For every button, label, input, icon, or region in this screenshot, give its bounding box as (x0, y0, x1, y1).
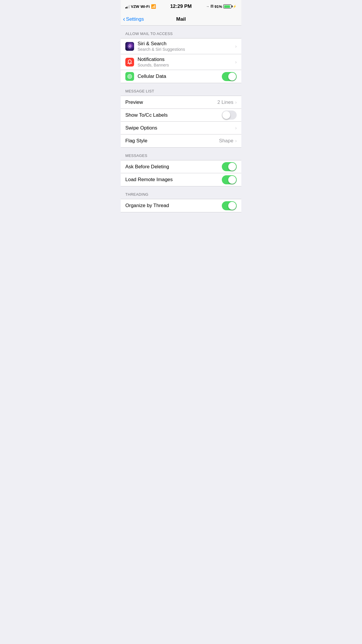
back-button[interactable]: ‹ Settings (123, 16, 144, 22)
swipe-options-chevron-icon: › (235, 125, 237, 131)
row-ask-before-deleting[interactable]: Ask Before Deleting (121, 160, 241, 173)
row-cellular-data[interactable]: Cellular Data (121, 70, 241, 83)
notifications-chevron-icon: › (235, 60, 237, 65)
siri-icon (125, 42, 134, 51)
preview-value: 2 Lines (217, 99, 233, 105)
ask-before-deleting-content: Ask Before Deleting (125, 162, 222, 172)
flag-style-right: Shape › (219, 138, 237, 144)
siri-logo (127, 44, 132, 49)
carrier-label: VZW (131, 4, 139, 9)
section-message-list: Preview 2 Lines › Show To/Cc Labels Swip… (121, 96, 241, 148)
nav-bar: ‹ Settings Mail (121, 13, 241, 26)
row-load-remote-images[interactable]: Load Remote Images (121, 173, 241, 186)
section-allow-access: Siri & Search Search & Siri Suggestions … (121, 38, 241, 83)
preview-content: Preview (125, 97, 217, 108)
siri-search-chevron-icon: › (235, 44, 237, 49)
notifications-right: › (235, 60, 237, 65)
status-time: 12:29 PM (170, 4, 192, 9)
preview-right: 2 Lines › (217, 99, 237, 105)
notifications-content: Notifications Sounds, Banners (138, 54, 235, 70)
page-title: Mail (176, 16, 186, 22)
battery-container (223, 4, 231, 8)
wifi-icon: 📶 (151, 4, 156, 9)
load-remote-images-toggle[interactable] (222, 175, 237, 184)
battery-fill (224, 5, 230, 8)
section-header-message-list: MESSAGE LIST (121, 83, 241, 96)
flag-style-title: Flag Style (125, 138, 219, 144)
show-tocc-toggle-thumb (222, 111, 230, 119)
ask-before-deleting-toggle[interactable] (222, 162, 237, 171)
swipe-options-right: › (235, 125, 237, 131)
wifi-label: Wi-Fi (140, 4, 150, 9)
load-remote-images-right[interactable] (222, 175, 237, 184)
section-header-allow-access: ALLOW MAIL TO ACCESS (121, 26, 241, 38)
row-preview[interactable]: Preview 2 Lines › (121, 96, 241, 109)
organize-by-thread-title: Organize by Thread (125, 203, 222, 209)
bluetooth-icon: ℿ (210, 4, 213, 8)
notifications-icon (125, 58, 134, 66)
show-tocc-toggle[interactable] (222, 111, 237, 120)
show-tocc-content: Show To/Cc Labels (125, 110, 222, 120)
notifications-subtitle: Sounds, Banners (138, 63, 235, 67)
status-bar: VZW Wi-Fi 📶 12:29 PM → ℿ 91% ⚡ (121, 0, 241, 13)
cellular-signal-icon (127, 74, 132, 79)
flag-style-chevron-icon: › (235, 138, 237, 144)
svg-rect-3 (128, 60, 131, 63)
section-threading: Organize by Thread (121, 199, 241, 212)
organize-by-thread-toggle[interactable] (222, 201, 237, 210)
svg-point-2 (129, 46, 130, 47)
siri-search-subtitle: Search & Siri Suggestions (138, 47, 235, 52)
cellular-data-title: Cellular Data (138, 74, 222, 79)
row-show-tocc[interactable]: Show To/Cc Labels (121, 109, 241, 122)
signal-bar-1 (125, 7, 126, 8)
notifications-title: Notifications (138, 57, 235, 62)
back-chevron-icon: ‹ (123, 16, 125, 22)
svg-rect-4 (127, 63, 132, 64)
cellular-data-toggle-thumb (228, 73, 236, 80)
siri-search-right: › (235, 44, 237, 49)
ask-before-deleting-toggle-thumb (228, 163, 236, 171)
load-remote-images-content: Load Remote Images (125, 174, 222, 185)
siri-search-title: Siri & Search (138, 41, 235, 47)
row-swipe-options[interactable]: Swipe Options › (121, 122, 241, 134)
signal-bars (125, 4, 130, 8)
row-organize-by-thread[interactable]: Organize by Thread (121, 199, 241, 212)
charging-icon: ⚡ (233, 5, 237, 8)
location-icon: → (206, 5, 209, 8)
flag-style-content: Flag Style (125, 136, 219, 146)
signal-bar-3 (128, 6, 129, 8)
row-siri-search[interactable]: Siri & Search Search & Siri Suggestions … (121, 38, 241, 54)
notifications-bell-icon (127, 59, 132, 65)
signal-bar-4 (129, 5, 130, 8)
row-notifications[interactable]: Notifications Sounds, Banners › (121, 54, 241, 70)
signal-bar-2 (126, 7, 127, 8)
swipe-options-title: Swipe Options (125, 125, 235, 131)
siri-search-content: Siri & Search Search & Siri Suggestions (138, 38, 235, 54)
battery-percent-label: 91% (215, 4, 222, 9)
load-remote-images-title: Load Remote Images (125, 177, 222, 183)
preview-title: Preview (125, 99, 217, 105)
ask-before-deleting-title: Ask Before Deleting (125, 164, 222, 170)
show-tocc-right[interactable] (222, 111, 237, 120)
section-messages: Ask Before Deleting Load Remote Images (121, 160, 241, 186)
show-tocc-title: Show To/Cc Labels (125, 112, 222, 118)
organize-by-thread-toggle-thumb (228, 202, 236, 210)
battery-icon (223, 4, 231, 8)
row-flag-style[interactable]: Flag Style Shape › (121, 134, 241, 147)
cellular-data-content: Cellular Data (138, 71, 222, 82)
status-right: → ℿ 91% ⚡ (206, 4, 237, 9)
load-remote-images-toggle-thumb (228, 176, 236, 184)
svg-point-8 (129, 76, 130, 77)
status-left: VZW Wi-Fi 📶 (125, 4, 156, 9)
cellular-data-toggle[interactable] (222, 72, 237, 81)
svg-rect-5 (129, 64, 130, 64)
organize-by-thread-right[interactable] (222, 201, 237, 210)
flag-style-value: Shape (219, 138, 233, 144)
ask-before-deleting-right[interactable] (222, 162, 237, 171)
swipe-options-content: Swipe Options (125, 123, 235, 133)
section-header-threading: THREADING (121, 186, 241, 199)
cellular-data-icon (125, 72, 134, 81)
preview-chevron-icon: › (235, 100, 237, 105)
cellular-data-right[interactable] (222, 72, 237, 81)
back-label[interactable]: Settings (126, 16, 144, 22)
